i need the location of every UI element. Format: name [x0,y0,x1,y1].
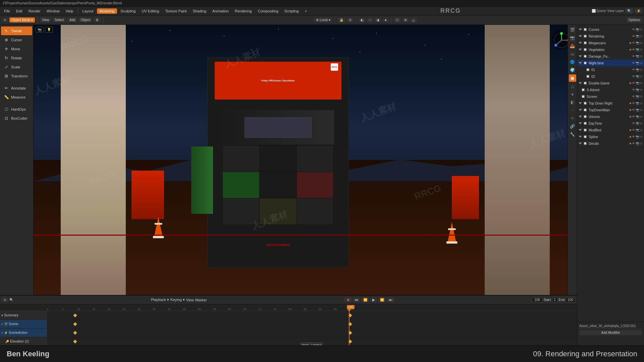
sc-dt-expand[interactable] [579,122,582,124]
tool-hardops[interactable]: ⬡ HardOps [1,105,32,114]
keying-menu[interactable]: Keying ▾ [170,298,185,302]
menu-help[interactable]: Help [63,8,76,14]
sc-damage[interactable]: 🔲 Damage_Pa... 👁 📷 ⊙ [577,53,644,60]
track-scene-content[interactable] [47,320,577,328]
sc-sp-expand[interactable] [579,136,582,138]
add-modifier-btn[interactable]: Add Modifier [579,330,642,335]
sc-daytime[interactable]: 🔲 DayTime 👁 📷 ⊙ [577,120,644,127]
sc-damage-expand[interactable] [579,55,582,57]
next-frame-btn[interactable]: ⏩ [378,297,386,302]
sc-topdownmain[interactable]: 🔲 TopDownMain ■ 👁 📷 ⊙ [577,107,644,113]
tool-annotate[interactable]: ✏ Annotate [1,84,32,93]
menu-window[interactable]: Window [44,8,62,14]
sc-spline[interactable]: 🔲 Spline ■ 👁 📷 ⊙ [577,133,644,140]
track-summary[interactable]: ▾ Summary [0,311,577,320]
sc-rendering-expand[interactable] [579,35,582,37]
filter-btn[interactable]: ⚡ [635,8,643,13]
sc-dg-expand[interactable] [579,82,582,84]
sc-curves[interactable]: 🔲 Curves 👁 📷 ⊙ [577,26,644,33]
menu-icon[interactable]: ≡ [2,17,8,22]
viewport-light-btn[interactable]: 💡 [45,27,53,33]
sc-modbed[interactable]: 🔲 ModBed ■ 👁 📷 ⊙ [577,127,644,133]
menu-texture-paint[interactable]: Texture Paint [162,8,189,14]
menu-edit[interactable]: Edit [13,8,25,14]
sc-volume[interactable]: 🔲 Volume ■ 👁 📷 ⊙ [577,113,644,120]
record-btn[interactable]: ⏺ [344,297,352,302]
sc-mb-expand[interactable] [579,129,582,131]
menu-uv-editing[interactable]: UV Editing [139,8,162,14]
ri-scene2[interactable]: 🔵 [569,58,576,66]
viewport[interactable]: Fulty PROclean Gasolines OKTO [34,25,577,295]
select-btn[interactable]: Select [53,17,66,22]
jump-start-btn[interactable]: ⏮ [353,297,360,302]
sc-dec-expand[interactable] [579,142,582,144]
sc-nighttime-01[interactable]: 🔲 01 👁 📷 ⊙ [577,66,644,73]
viewport-overlay[interactable]: ⊛ [402,17,409,22]
menu-sculpting[interactable]: Sculpting [118,8,138,14]
tool-measure[interactable]: 📏 Measure [1,93,32,102]
menu-layout[interactable]: Layout [80,8,96,14]
xray-btn[interactable]: △ [410,17,417,22]
menu-modeling[interactable]: Modeling [97,8,117,14]
tool-rotate[interactable]: ↻ Rotate [1,54,32,62]
menu-animation[interactable]: Animation [210,8,231,14]
menu-render[interactable]: Render [26,8,43,14]
current-frame-label[interactable]: 100 [532,297,542,302]
menu-file[interactable]: File [1,8,13,14]
marker-menu[interactable]: Marker [195,298,207,302]
ri-output[interactable]: 📤 [569,42,576,50]
track-scene[interactable]: ▾ 🎬 Scene [0,320,577,328]
options-btn[interactable]: Options [627,17,642,22]
sc-vegetation[interactable]: 🔲 Vegetation ■ 👁 📷 ⊙ [577,46,644,53]
tool-transform[interactable]: ⊞ Transform [1,72,32,80]
ri-object[interactable]: ▣ [569,74,576,82]
proportional-btn[interactable]: ⊙ [347,17,354,22]
object-btn[interactable]: Object [78,17,92,22]
track-sceneaction[interactable]: ▾ ⚡ SceneAction [0,328,577,337]
menu-rendering[interactable]: Rendering [232,8,255,14]
view-menu[interactable]: View [186,298,194,302]
end-val[interactable]: 100 [566,297,575,302]
menu-shading[interactable]: Shading [190,8,209,14]
sc-sadvert[interactable]: 🔲 S.Advert 👁 📷 ⊙ [577,86,644,93]
sc-screen[interactable]: 🔲 Screen 👁 📷 ⊙ [577,93,644,100]
viewport-display[interactable]: ⬡ [394,17,401,22]
sc-megascans[interactable]: 🔲 Megascans ■ 👁 📷 ⊙ [577,40,644,46]
shading-btn1[interactable]: ◐ [359,17,366,22]
ri-material[interactable]: ● [569,90,576,98]
sc-rendering[interactable]: 🔲 Rendering 👁 📷 ⊙ [577,33,644,40]
shading-btn2[interactable]: ○ [367,17,373,22]
add-btn[interactable]: Add [67,17,77,22]
ri-modifier[interactable]: 🔧 [569,131,576,138]
sc-curves-expand[interactable] [579,28,582,31]
sc-nighttime-02[interactable]: 🔲 02 👁 📷 ⊙ [577,73,644,80]
global-local-toggle[interactable]: ⊕ Local ▾ [314,17,332,22]
object-mode-dropdown[interactable]: Object Mode ▾ [9,17,35,22]
extra-btn[interactable]: ⚙ [94,17,101,22]
track-elevation[interactable]: 🔑 Elevation (1) [0,337,577,346]
track-sa-content[interactable] [47,328,577,337]
sc-tdm-expand[interactable] [579,109,582,111]
ri-physics[interactable]: ⚛ [569,115,576,122]
start-val[interactable]: 1 [552,297,557,302]
ri-scene[interactable]: 🎬 [569,26,576,34]
tool-cursor[interactable]: ⊕ Cursor [1,36,32,44]
playback-menu[interactable]: Playback ▾ [151,298,169,302]
search-btn[interactable]: 🔍 [625,8,633,13]
ri-constraint[interactable]: 🔗 [569,123,576,130]
view-layer-btn[interactable]: View Layer [607,9,624,13]
sc-vegetation-expand[interactable] [579,49,582,51]
menu-scripting[interactable]: Scripting [282,8,302,14]
sc-vol-expand[interactable] [579,116,582,118]
ri-world[interactable]: 🌍 [569,66,576,74]
ri-texture[interactable]: ◧ [569,99,576,106]
jump-end-btn[interactable]: ⏭ [387,297,394,302]
track-summary-content[interactable] [47,311,577,319]
sc-topdownright[interactable]: 🔲 Top Down Right ■ 👁 📷 ⊙ [577,100,644,107]
sc-decals[interactable]: 🔲 Decals ■ 👁 📷 ⊙ [577,140,644,147]
sc-nighttime[interactable]: 🔲 Night time 👁 📷 ⊙ [577,60,644,66]
sc-tdr-expand[interactable] [579,102,582,104]
tool-boxcutter[interactable]: ⊡ BoxCutter [1,114,32,123]
menu-compositing[interactable]: Compositing [255,8,281,14]
tool-move[interactable]: ✛ Move [1,45,32,53]
